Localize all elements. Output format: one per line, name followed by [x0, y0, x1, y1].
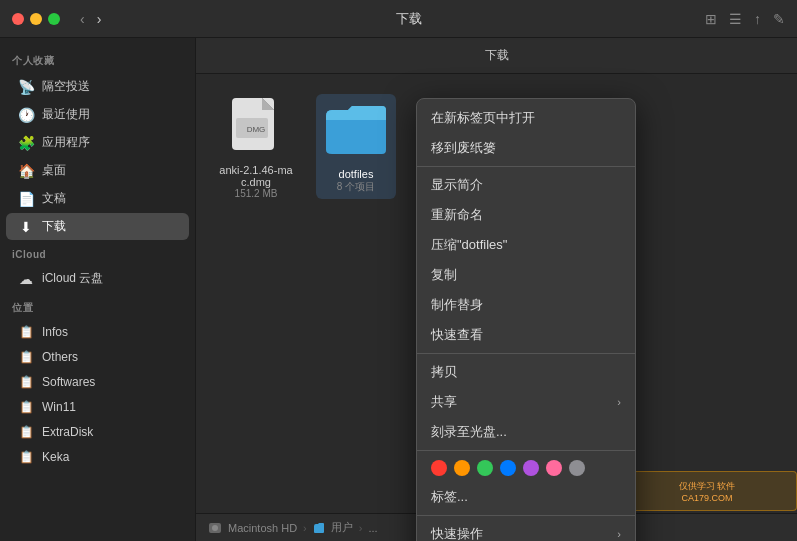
sidebar-item-label: Softwares — [42, 375, 95, 389]
icloud-icon: ☁ — [18, 271, 34, 287]
ctx-sep1 — [417, 166, 635, 167]
file-name-dotfiles: dotfiles — [339, 168, 374, 180]
watermark-line2: CA179.COM — [681, 493, 732, 503]
sidebar-section-icloud: iCloud — [0, 241, 195, 264]
keka-icon: 📋 — [18, 450, 34, 464]
sidebar-item-label: Win11 — [42, 400, 76, 414]
sidebar-item-label: Infos — [42, 325, 68, 339]
sidebar-item-apps[interactable]: 🧩 应用程序 — [6, 129, 189, 156]
file-size-anki: 151.2 MB — [235, 188, 278, 199]
maximize-button[interactable] — [48, 13, 60, 25]
sidebar-item-desktop[interactable]: 🏠 桌面 — [6, 157, 189, 184]
tag-dot-red[interactable] — [431, 460, 447, 476]
sidebar-item-label: ExtraDisk — [42, 425, 93, 439]
apps-icon: 🧩 — [18, 135, 34, 151]
tag-dot-orange[interactable] — [454, 460, 470, 476]
back-button[interactable]: ‹ — [76, 9, 89, 29]
ctx-quick-actions[interactable]: 快速操作 › — [417, 519, 635, 541]
ctx-quicklook[interactable]: 快速查看 — [417, 320, 635, 350]
sidebar: 个人收藏 📡 隔空投送 🕐 最近使用 🧩 应用程序 🏠 桌面 📄 文稿 ⬇ 下载… — [0, 38, 196, 541]
titlebar-actions: ⊞ ☰ ↑ ✎ — [705, 11, 785, 27]
ctx-rename[interactable]: 重新命名 — [417, 200, 635, 230]
svg-point-10 — [212, 525, 218, 531]
sidebar-item-label: 文稿 — [42, 190, 66, 207]
ctx-trash[interactable]: 移到废纸篓 — [417, 133, 635, 163]
quick-actions-arrow-icon: › — [617, 528, 621, 540]
sidebar-item-downloads[interactable]: ⬇ 下载 — [6, 213, 189, 240]
breadcrumb-macintosh: Macintosh HD — [228, 522, 297, 534]
sidebar-item-win11[interactable]: 📋 Win11 — [6, 395, 189, 419]
content-toolbar: 下载 — [196, 38, 797, 74]
mac-hd-icon — [208, 521, 222, 535]
breadcrumb-more: ... — [368, 522, 377, 534]
softwares-icon: 📋 — [18, 375, 34, 389]
share-icon[interactable]: ↑ — [754, 11, 761, 27]
extradisk-icon: 📋 — [18, 425, 34, 439]
window-title: 下载 — [121, 10, 697, 28]
svg-rect-3 — [232, 98, 262, 110]
ctx-copy2[interactable]: 拷贝 — [417, 357, 635, 387]
sidebar-item-extradisk[interactable]: 📋 ExtraDisk — [6, 420, 189, 444]
home-icon: 🏠 — [18, 163, 34, 179]
file-item-anki[interactable]: DMG anki-2.1.46-mac.dmg 151.2 MB — [216, 94, 296, 199]
sidebar-item-label: 桌面 — [42, 162, 66, 179]
file-name-anki: anki-2.1.46-mac.dmg — [216, 164, 296, 188]
watermark-line1: 仅供学习 软件 — [679, 481, 736, 491]
minimize-button[interactable] — [30, 13, 42, 25]
ctx-info[interactable]: 显示简介 — [417, 170, 635, 200]
forward-button[interactable]: › — [93, 9, 106, 29]
sidebar-item-softwares[interactable]: 📋 Softwares — [6, 370, 189, 394]
tag-icon[interactable]: ✎ — [773, 11, 785, 27]
others-icon: 📋 — [18, 350, 34, 364]
ctx-burn[interactable]: 刻录至光盘... — [417, 417, 635, 447]
file-icon-dotfiles — [324, 98, 388, 162]
ctx-compress[interactable]: 压缩"dotfiles" — [417, 230, 635, 260]
content-area: 下载 DMG anki-2.1.46-mac.dmg 151.2 MB — [196, 38, 797, 541]
infos-icon: 📋 — [18, 325, 34, 339]
content-title: 下载 — [485, 47, 509, 64]
win11-icon: 📋 — [18, 400, 34, 414]
file-item-dotfiles[interactable]: dotfiles 8 个项目 — [316, 94, 396, 199]
ctx-copy[interactable]: 复制 — [417, 260, 635, 290]
sidebar-item-label: iCloud 云盘 — [42, 270, 103, 287]
tag-dot-blue[interactable] — [500, 460, 516, 476]
sidebar-item-icloud[interactable]: ☁ iCloud 云盘 — [6, 265, 189, 292]
sidebar-item-airdrop[interactable]: 📡 隔空投送 — [6, 73, 189, 100]
tag-dot-gray[interactable] — [569, 460, 585, 476]
tag-dot-purple[interactable] — [523, 460, 539, 476]
sidebar-item-label: 最近使用 — [42, 106, 90, 123]
breadcrumb-sep1: › — [303, 522, 307, 534]
docs-icon: 📄 — [18, 191, 34, 207]
ctx-share[interactable]: 共享 › — [417, 387, 635, 417]
sidebar-item-others[interactable]: 📋 Others — [6, 345, 189, 369]
ctx-alias[interactable]: 制作替身 — [417, 290, 635, 320]
sidebar-item-keka[interactable]: 📋 Keka — [6, 445, 189, 469]
airdrop-icon: 📡 — [18, 79, 34, 95]
nav-buttons: ‹ › — [76, 9, 105, 29]
traffic-lights — [12, 13, 60, 25]
ctx-tags-row — [417, 454, 635, 482]
recent-icon: 🕐 — [18, 107, 34, 123]
sidebar-item-infos[interactable]: 📋 Infos — [6, 320, 189, 344]
tag-dot-pink[interactable] — [546, 460, 562, 476]
tag-dot-green[interactable] — [477, 460, 493, 476]
ctx-tag-label[interactable]: 标签... — [417, 482, 635, 512]
sidebar-item-label: 隔空投送 — [42, 78, 90, 95]
grid-view-icon[interactable]: ⊞ — [705, 11, 717, 27]
share-arrow-icon: › — [617, 396, 621, 408]
ctx-sep3 — [417, 450, 635, 451]
ctx-open-tab[interactable]: 在新标签页中打开 — [417, 103, 635, 133]
sidebar-item-docs[interactable]: 📄 文稿 — [6, 185, 189, 212]
sidebar-item-label: 下载 — [42, 218, 66, 235]
titlebar: ‹ › 下载 ⊞ ☰ ↑ ✎ — [0, 0, 797, 38]
sidebar-section-locations: 位置 — [0, 293, 195, 319]
sidebar-item-label: Keka — [42, 450, 69, 464]
main-layout: 个人收藏 📡 隔空投送 🕐 最近使用 🧩 应用程序 🏠 桌面 📄 文稿 ⬇ 下载… — [0, 38, 797, 541]
close-button[interactable] — [12, 13, 24, 25]
sidebar-section-favorites: 个人收藏 — [0, 46, 195, 72]
watermark: 仅供学习 软件 CA179.COM — [617, 471, 797, 511]
list-view-icon[interactable]: ☰ — [729, 11, 742, 27]
sidebar-item-recent[interactable]: 🕐 最近使用 — [6, 101, 189, 128]
svg-text:DMG: DMG — [247, 125, 266, 134]
breadcrumb-user: 用户 — [331, 520, 353, 535]
